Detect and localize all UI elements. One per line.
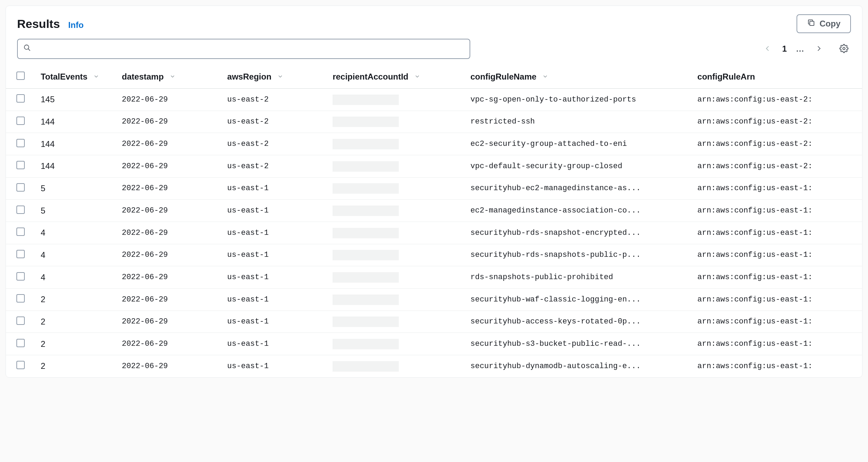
column-header-totalevents[interactable]: TotalEvents	[41, 72, 87, 82]
table-row[interactable]: 1442022-06-29us-east-2ec2-security-group…	[6, 133, 862, 155]
table-row[interactable]: 42022-06-29us-east-1rds-snapshots-public…	[6, 266, 862, 289]
search-box	[17, 39, 470, 59]
cell-configrulearn: arn:aws:config:us-east-1:	[692, 200, 862, 222]
cell-configrulename: ec2-managedinstance-association-co...	[465, 200, 692, 222]
cell-recipientaccountid	[327, 89, 465, 111]
row-checkbox[interactable]	[16, 183, 25, 192]
column-header-recipientaccountid[interactable]: recipientAccountId	[333, 72, 408, 82]
cell-datestamp: 2022-06-29	[116, 155, 222, 177]
cell-recipientaccountid	[327, 111, 465, 133]
cell-datestamp: 2022-06-29	[116, 266, 222, 289]
cell-configrulearn: arn:aws:config:us-east-1:	[692, 222, 862, 244]
cell-awsregion: us-east-1	[222, 355, 327, 377]
sort-icon[interactable]	[414, 72, 420, 82]
info-link[interactable]: Info	[68, 20, 84, 30]
cell-configrulename: securityhub-access-keys-rotated-0p...	[465, 311, 692, 333]
cell-awsregion: us-east-1	[222, 177, 327, 200]
pagination-ellipsis[interactable]: …	[796, 44, 804, 54]
cell-recipientaccountid	[327, 177, 465, 200]
cell-configrulename: restricted-ssh	[465, 111, 692, 133]
cell-configrulename: securityhub-rds-snapshot-encrypted...	[465, 222, 692, 244]
cell-datestamp: 2022-06-29	[116, 177, 222, 200]
sort-icon[interactable]	[542, 72, 548, 82]
row-checkbox[interactable]	[16, 139, 25, 147]
table-row[interactable]: 22022-06-29us-east-1securityhub-dynamodb…	[6, 355, 862, 377]
row-checkbox[interactable]	[16, 294, 25, 303]
cell-awsregion: us-east-1	[222, 333, 327, 355]
table-row[interactable]: 52022-06-29us-east-1ec2-managedinstance-…	[6, 200, 862, 222]
column-header-configrulearn[interactable]: configRuleArn	[698, 72, 755, 82]
row-checkbox[interactable]	[16, 316, 25, 325]
redacted-value	[333, 295, 399, 305]
redacted-value	[333, 117, 399, 127]
cell-datestamp: 2022-06-29	[116, 200, 222, 222]
row-checkbox[interactable]	[16, 250, 25, 258]
table-row[interactable]: 22022-06-29us-east-1securityhub-s3-bucke…	[6, 333, 862, 355]
copy-icon	[807, 18, 815, 29]
cell-datestamp: 2022-06-29	[116, 111, 222, 133]
pagination-prev[interactable]	[762, 43, 773, 54]
cell-configrulearn: arn:aws:config:us-east-1:	[692, 266, 862, 289]
cell-totalevents: 145	[35, 89, 116, 111]
sort-icon[interactable]	[277, 72, 283, 82]
column-header-configrulename[interactable]: configRuleName	[470, 72, 536, 82]
redacted-value	[333, 183, 399, 194]
row-checkbox[interactable]	[16, 206, 25, 214]
row-checkbox[interactable]	[16, 94, 25, 103]
title-wrap: Results Info	[17, 17, 84, 31]
table-header: TotalEvents datestamp awsRegion	[6, 65, 862, 89]
row-checkbox[interactable]	[16, 161, 25, 169]
row-checkbox[interactable]	[16, 272, 25, 281]
cell-totalevents: 4	[35, 266, 116, 289]
table-row[interactable]: 52022-06-29us-east-1securityhub-ec2-mana…	[6, 177, 862, 200]
svg-line-2	[28, 49, 30, 51]
table-body: 1452022-06-29us-east-2vpc-sg-open-only-t…	[6, 89, 862, 377]
cell-awsregion: us-east-1	[222, 266, 327, 289]
cell-awsregion: us-east-1	[222, 244, 327, 266]
table-row[interactable]: 42022-06-29us-east-1securityhub-rds-snap…	[6, 222, 862, 244]
cell-totalevents: 144	[35, 133, 116, 155]
row-checkbox[interactable]	[16, 117, 25, 125]
sort-icon[interactable]	[93, 72, 99, 82]
cell-totalevents: 2	[35, 333, 116, 355]
cell-totalevents: 5	[35, 177, 116, 200]
pagination-next[interactable]	[813, 43, 824, 54]
cell-recipientaccountid	[327, 222, 465, 244]
table-row[interactable]: 42022-06-29us-east-1securityhub-rds-snap…	[6, 244, 862, 266]
row-checkbox[interactable]	[16, 339, 25, 347]
cell-configrulename: securityhub-s3-bucket-public-read-...	[465, 333, 692, 355]
cell-datestamp: 2022-06-29	[116, 311, 222, 333]
table-row[interactable]: 22022-06-29us-east-1securityhub-access-k…	[6, 311, 862, 333]
cell-configrulename: ec2-security-group-attached-to-eni	[465, 133, 692, 155]
cell-awsregion: us-east-1	[222, 222, 327, 244]
column-header-awsregion[interactable]: awsRegion	[227, 72, 272, 82]
pagination: 1 …	[762, 42, 851, 56]
table-row[interactable]: 1452022-06-29us-east-2vpc-sg-open-only-t…	[6, 89, 862, 111]
column-header-datestamp[interactable]: datestamp	[122, 72, 164, 82]
copy-button[interactable]: Copy	[797, 14, 851, 33]
svg-point-3	[843, 47, 845, 50]
cell-datestamp: 2022-06-29	[116, 222, 222, 244]
sort-icon[interactable]	[169, 72, 176, 82]
cell-configrulearn: arn:aws:config:us-east-1:	[692, 244, 862, 266]
row-checkbox[interactable]	[16, 361, 25, 369]
select-all-checkbox[interactable]	[16, 72, 25, 80]
table-row[interactable]: 1442022-06-29us-east-2restricted-ssharn:…	[6, 111, 862, 133]
table-row[interactable]: 1442022-06-29us-east-2vpc-default-securi…	[6, 155, 862, 177]
cell-configrulearn: arn:aws:config:us-east-1:	[692, 355, 862, 377]
search-input[interactable]	[17, 39, 470, 59]
pagination-current[interactable]: 1	[782, 44, 787, 54]
settings-button[interactable]	[837, 42, 851, 56]
cell-recipientaccountid	[327, 288, 465, 311]
cell-awsregion: us-east-2	[222, 133, 327, 155]
redacted-value	[333, 272, 399, 283]
redacted-value	[333, 316, 399, 327]
cell-configrulearn: arn:aws:config:us-east-1:	[692, 288, 862, 311]
search-icon	[23, 44, 31, 54]
row-checkbox[interactable]	[16, 228, 25, 236]
cell-recipientaccountid	[327, 311, 465, 333]
cell-recipientaccountid	[327, 133, 465, 155]
cell-totalevents: 2	[35, 311, 116, 333]
cell-configrulename: securityhub-rds-snapshots-public-p...	[465, 244, 692, 266]
table-row[interactable]: 22022-06-29us-east-1securityhub-waf-clas…	[6, 288, 862, 311]
